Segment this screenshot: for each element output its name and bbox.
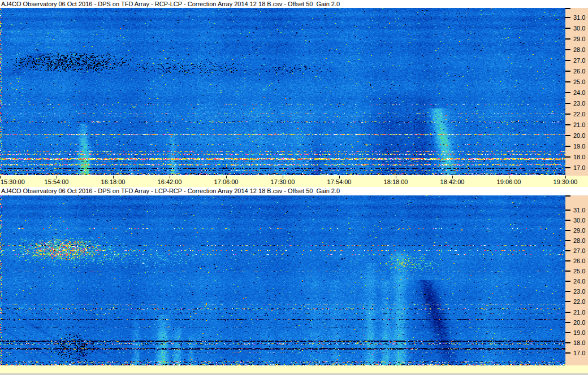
freq-tick-label: 31.0 <box>573 14 585 21</box>
freq-tick-label: 31.0 <box>573 207 585 213</box>
freq-tick-label: 23.0 <box>573 100 585 107</box>
freq-tick <box>565 210 570 211</box>
freq-tick <box>565 271 570 272</box>
freq-tick <box>565 38 570 40</box>
freq-tick <box>565 156 570 158</box>
freq-tick <box>565 230 570 231</box>
freq-tick <box>565 81 570 82</box>
freq-tick <box>565 146 570 147</box>
freq-tick <box>565 250 570 251</box>
freq-tick-label: 30.0 <box>573 217 585 224</box>
freq-tick-label: 23.0 <box>573 288 585 295</box>
freq-tick-label: 24.0 <box>573 89 585 96</box>
freq-tick-label: 22.0 <box>573 298 585 305</box>
spectrogram-1-title: AJ4CO Observatory 06 Oct 2016 - DPS on T… <box>0 0 588 8</box>
freq-tick <box>565 8 570 9</box>
freq-tick-label: 18.0 <box>573 339 585 346</box>
freq-tick <box>565 17 570 18</box>
freq-tick-label: 18.0 <box>573 154 585 160</box>
freq-tick <box>565 124 570 125</box>
time-tick-label: 18:18:00 <box>384 178 408 186</box>
spectrogram-2-heatmap <box>0 195 565 365</box>
freq-tick-label: 20.0 <box>573 132 585 139</box>
freq-tick <box>565 114 570 115</box>
freq-tick-label: 21.0 <box>573 121 585 128</box>
freq-tick-label: 27.0 <box>573 247 585 254</box>
freq-tick <box>565 28 570 29</box>
freq-tick <box>565 322 570 323</box>
freq-tick-label: 25.0 <box>573 268 585 274</box>
freq-tick-label: 17.0 <box>573 350 585 356</box>
freq-tick <box>565 71 570 72</box>
freq-tick-label: 22.0 <box>573 111 585 117</box>
time-axis-2 <box>0 365 588 373</box>
freq-tick <box>565 92 570 93</box>
freq-tick-label: 21.0 <box>573 309 585 316</box>
freq-tick <box>565 342 570 343</box>
time-tick-label: 16:18:00 <box>101 178 126 186</box>
freq-tick <box>565 301 570 302</box>
freq-tick <box>565 49 570 50</box>
freq-tick-label: 20.0 <box>573 319 585 326</box>
time-tick-label: 17:06:00 <box>214 178 239 186</box>
freq-tick-label: 29.0 <box>573 36 585 42</box>
freq-tick <box>565 291 570 292</box>
freq-tick <box>565 220 570 221</box>
freq-tick <box>565 281 570 282</box>
freq-tick-label: 19.0 <box>573 143 585 150</box>
time-tick-label: 16:42:00 <box>158 178 182 186</box>
freq-tick-label: 19.0 <box>573 329 585 336</box>
freq-tick-label: 30.0 <box>573 25 585 32</box>
time-tick-label: 18:42:00 <box>440 178 465 186</box>
freq-tick-label: 28.0 <box>573 46 585 53</box>
time-axis-1: 15:30:0015:54:0016:18:0016:42:0017:06:00… <box>0 176 588 187</box>
freq-scale-1: 31.030.029.028.027.026.025.024.023.022.0… <box>565 8 588 176</box>
freq-tick-label: 29.0 <box>573 227 585 234</box>
freq-tick <box>565 312 570 313</box>
time-tick-label: 17:54:00 <box>327 178 352 186</box>
freq-tick <box>565 167 570 168</box>
freq-tick <box>565 103 570 104</box>
freq-tick <box>565 260 570 261</box>
time-tick-label: 19:30:00 <box>554 178 578 186</box>
freq-tick-label: 27.0 <box>573 57 585 64</box>
freq-tick <box>565 195 570 197</box>
time-tick-label: 15:30:00 <box>1 178 25 186</box>
time-tick-label: 15:54:00 <box>45 178 69 186</box>
spectrogram-1-heatmap <box>0 8 565 175</box>
freq-tick-label: 17.0 <box>573 164 585 171</box>
spectrogram-2-title: AJ4CO Observatory 06 Oct 2016 - DPS on T… <box>0 187 588 195</box>
freq-tick-label: 28.0 <box>573 237 585 244</box>
freq-tick-label: 24.0 <box>573 278 585 285</box>
freq-tick <box>565 135 570 136</box>
time-tick-label: 17:30:00 <box>271 178 295 186</box>
freq-tick <box>565 60 570 61</box>
freq-tick-label: 25.0 <box>573 79 585 85</box>
freq-scale-2: 31.030.029.028.027.026.025.024.023.022.0… <box>565 195 588 365</box>
freq-tick-label: 26.0 <box>573 258 585 264</box>
freq-tick <box>565 352 570 354</box>
freq-tick-label: 26.0 <box>573 68 585 75</box>
radio-spectrograph-screen: AJ4CO Observatory 06 Oct 2016 - DPS on T… <box>0 0 588 375</box>
time-tick-label: 19:06:00 <box>497 178 521 186</box>
freq-tick <box>565 240 570 241</box>
freq-tick <box>565 332 570 333</box>
